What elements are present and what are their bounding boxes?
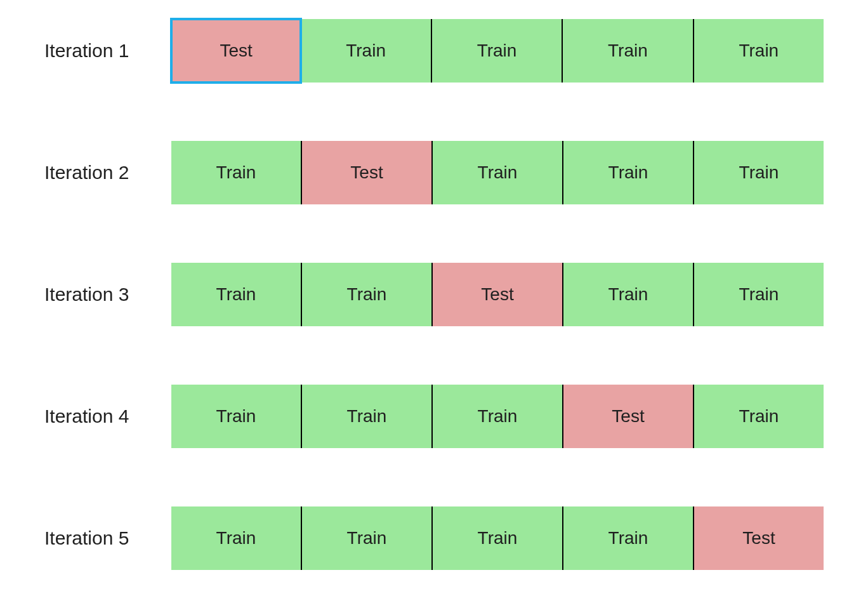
iteration-row: Iteration 1TestTrainTrainTrainTrain	[44, 19, 824, 83]
fold-train: Train	[563, 263, 694, 326]
iteration-label: Iteration 4	[44, 406, 171, 427]
folds-container: TrainTestTrainTrainTrain	[171, 141, 824, 204]
fold-test: Test	[694, 506, 824, 570]
fold-train: Train	[433, 385, 563, 448]
iteration-label: Iteration 5	[44, 527, 171, 549]
fold-train: Train	[694, 19, 824, 83]
cross-validation-diagram: Iteration 1TestTrainTrainTrainTrainItera…	[44, 19, 824, 570]
fold-train: Train	[694, 263, 824, 326]
fold-train: Train	[302, 506, 433, 570]
fold-train: Train	[432, 19, 563, 83]
fold-train: Train	[171, 141, 302, 204]
fold-train: Train	[171, 506, 302, 570]
fold-train: Train	[171, 263, 302, 326]
fold-test: Test	[171, 19, 301, 83]
fold-train: Train	[171, 385, 302, 448]
iteration-label: Iteration 1	[44, 40, 171, 62]
fold-train: Train	[563, 506, 694, 570]
folds-container: TestTrainTrainTrainTrain	[171, 19, 824, 83]
fold-train: Train	[563, 141, 694, 204]
fold-train: Train	[302, 385, 433, 448]
iteration-row: Iteration 4TrainTrainTrainTestTrain	[44, 385, 824, 448]
iteration-label: Iteration 3	[44, 284, 171, 305]
folds-container: TrainTrainTrainTestTrain	[171, 385, 824, 448]
fold-train: Train	[302, 263, 433, 326]
fold-train: Train	[433, 506, 563, 570]
fold-train: Train	[433, 141, 563, 204]
folds-container: TrainTrainTrainTrainTest	[171, 506, 824, 570]
iteration-row: Iteration 3TrainTrainTestTrainTrain	[44, 263, 824, 326]
fold-test: Test	[563, 385, 694, 448]
iteration-row: Iteration 2TrainTestTrainTrainTrain	[44, 141, 824, 204]
fold-train: Train	[694, 141, 824, 204]
iteration-label: Iteration 2	[44, 162, 171, 183]
fold-test: Test	[302, 141, 433, 204]
fold-train: Train	[301, 19, 431, 83]
fold-train: Train	[694, 385, 824, 448]
fold-test: Test	[433, 263, 563, 326]
folds-container: TrainTrainTestTrainTrain	[171, 263, 824, 326]
fold-train: Train	[563, 19, 694, 83]
iteration-row: Iteration 5TrainTrainTrainTrainTest	[44, 506, 824, 570]
